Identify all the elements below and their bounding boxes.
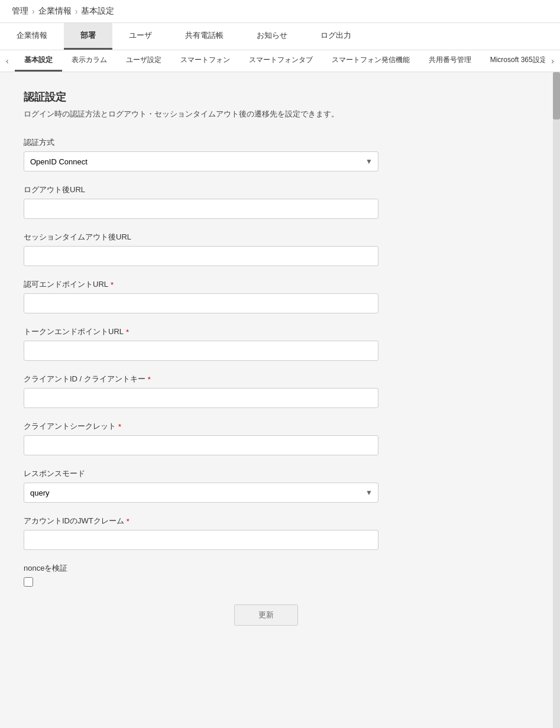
auth-endpoint-url-required: *	[111, 280, 114, 289]
sub-nav-item-microsoft365[interactable]: Microsoft 365設定	[481, 50, 546, 72]
response-mode-label: レスポンスモード	[24, 468, 509, 479]
client-secret-field-group: クライアントシークレット *	[24, 421, 509, 455]
client-id-key-required: *	[148, 375, 151, 384]
nonce-verify-field-group: nonceを検証	[24, 563, 509, 587]
jwt-claim-label: アカウントIDのJWTクレーム *	[24, 516, 509, 526]
logout-url-input[interactable]	[24, 199, 378, 219]
main-content: 認証設定 ログイン時の認証方法とログアウト・セッションタイムアウト後の遷移先を設…	[0, 72, 532, 667]
token-endpoint-url-label: トークンエンドポイントURL *	[24, 326, 509, 337]
logout-url-field-group: ログアウト後URL	[24, 185, 509, 219]
token-endpoint-url-field-group: トークンエンドポイントURL *	[24, 326, 509, 361]
client-secret-required: *	[118, 422, 121, 431]
breadcrumb-separator-2: ›	[75, 7, 78, 16]
auth-method-select[interactable]: OpenID Connect SAML 標準	[24, 151, 378, 172]
client-id-key-field-group: クライアントID / クライアントキー *	[24, 374, 509, 408]
breadcrumb-item-1: 管理	[12, 6, 28, 17]
auth-endpoint-url-input[interactable]	[24, 293, 378, 313]
scrollbar-track	[553, 72, 560, 728]
sub-nav-item-user-settings[interactable]: ユーザ設定	[116, 50, 171, 72]
token-endpoint-url-input[interactable]	[24, 341, 378, 361]
client-id-key-input[interactable]	[24, 388, 378, 408]
sub-navigation: ‹ 基本設定 表示カラム ユーザ設定 スマートフォン スマートフォンタブ スマー…	[0, 50, 560, 72]
jwt-claim-field-group: アカウントIDのJWTクレーム *	[24, 516, 509, 550]
auth-endpoint-url-field-group: 認可エンドポイントURL *	[24, 279, 509, 313]
top-nav-item-user[interactable]: ユーザ	[112, 23, 169, 50]
sub-nav-item-display-columns[interactable]: 表示カラム	[62, 50, 116, 72]
auth-method-select-wrapper: OpenID Connect SAML 標準 ▼	[24, 151, 378, 172]
auth-method-label: 認証方式	[24, 137, 509, 148]
sub-nav-item-shared-number[interactable]: 共用番号管理	[419, 50, 481, 72]
client-id-key-label: クライアントID / クライアントキー *	[24, 374, 509, 384]
section-description: ログイン時の認証方法とログアウト・セッションタイムアウト後の遷移先を設定できます…	[24, 109, 509, 119]
client-secret-label: クライアントシークレット *	[24, 421, 509, 432]
update-button[interactable]: 更新	[234, 604, 298, 626]
token-endpoint-url-required: *	[126, 328, 129, 337]
top-navigation: 企業情報 部署 ユーザ 共有電話帳 お知らせ ログ出力	[0, 23, 560, 50]
jwt-claim-input[interactable]	[24, 530, 378, 550]
breadcrumb-separator-1: ›	[32, 7, 35, 16]
scrollbar-thumb[interactable]	[553, 72, 560, 119]
response-mode-select[interactable]: query form_post fragment	[24, 483, 378, 503]
session-timeout-url-field-group: セッションタイムアウト後URL	[24, 232, 509, 266]
response-mode-select-wrapper: query form_post fragment ▼	[24, 483, 378, 503]
sub-nav-item-smartphone[interactable]: スマートフォン	[171, 50, 239, 72]
sub-nav-arrow-right[interactable]: ›	[545, 51, 560, 70]
update-button-wrapper: 更新	[24, 604, 509, 626]
nonce-verify-checkbox[interactable]	[24, 577, 33, 587]
sub-nav-item-basic-settings[interactable]: 基本設定	[15, 50, 62, 72]
jwt-claim-required: *	[127, 517, 130, 526]
top-nav-item-department[interactable]: 部署	[64, 23, 112, 50]
client-secret-input[interactable]	[24, 435, 378, 455]
session-timeout-url-label: セッションタイムアウト後URL	[24, 232, 509, 242]
breadcrumb: 管理 › 企業情報 › 基本設定	[0, 0, 560, 23]
breadcrumb-item-2: 企業情報	[38, 6, 72, 17]
sub-nav-arrow-left[interactable]: ‹	[0, 51, 15, 70]
sub-nav-list: 基本設定 表示カラム ユーザ設定 スマートフォン スマートフォンタブ スマートフ…	[15, 50, 546, 72]
session-timeout-url-input[interactable]	[24, 246, 378, 266]
nonce-verify-checkbox-wrapper	[24, 577, 509, 587]
response-mode-field-group: レスポンスモード query form_post fragment ▼	[24, 468, 509, 503]
sub-nav-item-smartphone-tab[interactable]: スマートフォンタブ	[239, 50, 322, 72]
section-title: 認証設定	[24, 90, 509, 104]
logout-url-label: ログアウト後URL	[24, 185, 509, 195]
top-nav-item-phonebook[interactable]: 共有電話帳	[169, 23, 240, 50]
sub-nav-item-smartphone-call[interactable]: スマートフォン発信機能	[322, 50, 419, 72]
top-nav-item-notice[interactable]: お知らせ	[240, 23, 304, 50]
auth-endpoint-url-label: 認可エンドポイントURL *	[24, 279, 509, 290]
top-nav-item-company-info[interactable]: 企業情報	[0, 23, 64, 50]
breadcrumb-item-3: 基本設定	[81, 6, 114, 17]
auth-method-field-group: 認証方式 OpenID Connect SAML 標準 ▼	[24, 137, 509, 172]
top-nav-item-log-output[interactable]: ログ出力	[304, 23, 368, 50]
content-area: 認証設定 ログイン時の認証方法とログアウト・セッションタイムアウト後の遷移先を設…	[0, 72, 553, 728]
nonce-verify-label: nonceを検証	[24, 563, 509, 574]
